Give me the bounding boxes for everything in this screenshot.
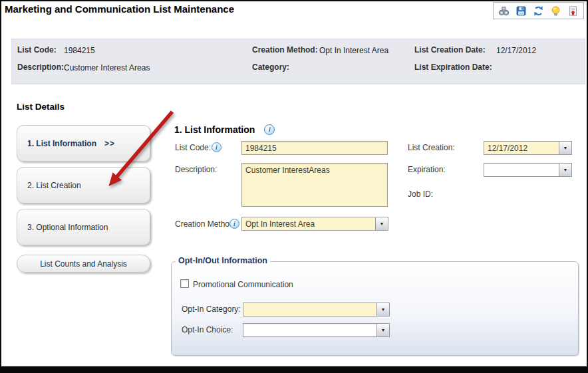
nav-list-information-button[interactable]: 1. List Information >> xyxy=(17,125,150,162)
list-code-label: List Code: xyxy=(175,143,211,152)
description-textarea[interactable]: Customer InterestAreas xyxy=(241,163,388,207)
promotional-communication-label: Promotional Communication xyxy=(193,280,293,289)
page-title: Marketing and Communication List Mainten… xyxy=(5,3,234,15)
chevron-down-icon: ▼ xyxy=(380,221,384,226)
chevron-right-icon: >> xyxy=(104,139,115,148)
summary-creation-method-label: Creation Method: xyxy=(252,45,318,55)
marketing-list-maintenance-window: Marketing and Communication List Mainten… xyxy=(0,0,588,373)
summary-list-creation-date-label: List Creation Date: xyxy=(414,45,486,55)
expiration-value xyxy=(484,164,559,176)
nav-list-creation-button[interactable]: 2. List Creation xyxy=(17,167,150,203)
creation-method-dropdown-button[interactable]: ▼ xyxy=(375,217,388,230)
summary-description-label: Description: xyxy=(17,62,64,72)
form-section-heading: 1. List Information i xyxy=(174,124,275,135)
chevron-down-icon: ▼ xyxy=(381,307,386,312)
job-id-label: Job ID: xyxy=(408,189,433,199)
summary-category-label: Category: xyxy=(252,62,289,72)
opt-in-category-label: Opt-In Category: xyxy=(182,305,241,314)
list-creation-dropdown[interactable]: 12/17/2012 ▼ xyxy=(484,141,572,155)
summary-band: List Code: 1984215 Description: Customer… xyxy=(11,39,585,84)
opt-in-choice-value xyxy=(243,324,376,336)
find-binoculars-icon[interactable] xyxy=(498,5,510,17)
toolbar xyxy=(493,2,584,19)
expiration-dropdown-button[interactable]: ▼ xyxy=(559,164,571,176)
creation-method-label: Creation Method: xyxy=(175,219,236,229)
opt-in-choice-dropdown[interactable]: ▼ xyxy=(243,323,390,337)
opt-in-out-section: Opt-In/Out Information Promotional Commu… xyxy=(171,261,579,356)
info-icon[interactable]: i xyxy=(264,124,275,135)
creation-method-dropdown[interactable]: Opt In Interest Area ▼ xyxy=(241,217,388,231)
chevron-down-icon: ▼ xyxy=(563,168,568,172)
creation-method-info-icon[interactable]: i xyxy=(229,219,239,229)
list-details-heading: List Details xyxy=(17,102,65,112)
expiration-label: Expiration: xyxy=(408,165,446,174)
summary-list-expiration-date-label: List Expiration Date: xyxy=(414,62,492,72)
summary-creation-method-value: Opt In Interest Area xyxy=(319,46,388,55)
nav-list-counts-analysis-button[interactable]: List Counts and Analysis xyxy=(17,255,150,273)
opt-in-out-legend: Opt-In/Out Information xyxy=(176,256,270,265)
opt-in-category-dropdown-button[interactable]: ▼ xyxy=(376,303,389,316)
opt-in-category-dropdown[interactable]: ▼ xyxy=(243,303,390,316)
report-document-icon[interactable] xyxy=(567,5,579,17)
nav-list-information-label: 1. List Information xyxy=(27,139,96,148)
nav-optional-information-label: 3. Optional Information xyxy=(27,223,108,232)
summary-list-code-label: List Code: xyxy=(17,45,57,55)
list-creation-value: 12/17/2012 xyxy=(484,142,559,154)
list-code-info-icon[interactable]: i xyxy=(212,142,221,152)
nav-list-counts-analysis-label: List Counts and Analysis xyxy=(40,259,127,269)
opt-in-choice-dropdown-button[interactable]: ▼ xyxy=(376,324,389,336)
list-creation-dropdown-button[interactable]: ▼ xyxy=(559,142,571,154)
save-icon[interactable] xyxy=(515,5,527,17)
tip-lightbulb-icon[interactable] xyxy=(550,5,561,17)
opt-in-choice-label: Opt-In Choice: xyxy=(182,325,233,334)
list-creation-label: List Creation: xyxy=(408,143,455,152)
creation-method-value: Opt In Interest Area xyxy=(242,217,375,230)
summary-list-creation-date-value: 12/17/2012 xyxy=(496,46,536,55)
promotional-communication-checkbox[interactable] xyxy=(180,279,189,288)
nav-list-creation-label: 2. List Creation xyxy=(27,181,81,190)
refresh-icon[interactable] xyxy=(533,5,544,17)
form-section-heading-text: 1. List Information xyxy=(174,124,255,135)
nav-optional-information-button[interactable]: 3. Optional Information xyxy=(17,209,150,245)
summary-description-value: Customer Interest Areas xyxy=(64,63,150,72)
opt-in-category-value xyxy=(243,303,376,316)
description-label: Description: xyxy=(175,165,217,174)
expiration-dropdown[interactable]: ▼ xyxy=(484,163,572,177)
summary-list-code-value: 1984215 xyxy=(64,46,95,55)
chevron-down-icon: ▼ xyxy=(563,146,568,150)
chevron-down-icon: ▼ xyxy=(381,328,386,332)
list-code-input[interactable]: 1984215 xyxy=(241,141,388,155)
